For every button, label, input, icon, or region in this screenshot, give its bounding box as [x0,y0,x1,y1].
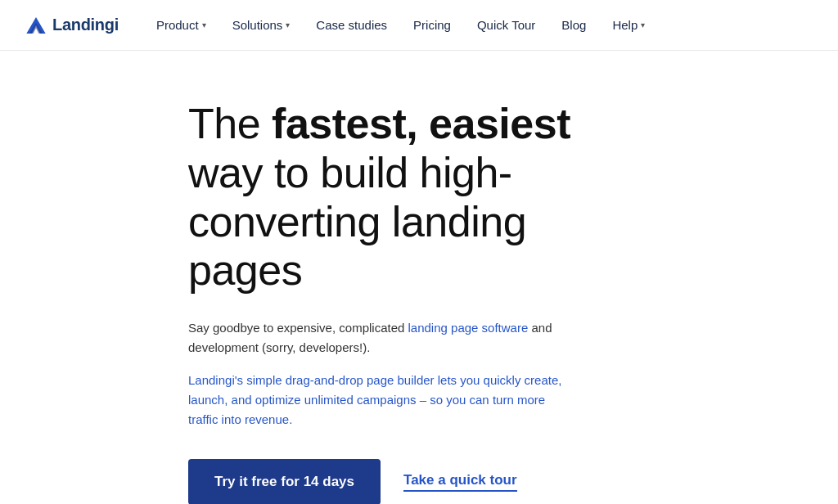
nav-item-product: Product ▾ [145,11,218,38]
chevron-down-icon: ▾ [286,20,290,29]
logo-text: Landingi [52,16,119,34]
hero-subtitle-1: Say goodbye to expensive, complicated la… [188,318,565,358]
nav-link-quick-tour[interactable]: Quick Tour [466,11,547,38]
landing-page-software-link[interactable]: landing page software [408,321,529,335]
hero-section: The fastest, easiest way to build high-c… [0,51,838,504]
hero-title-bold: fastest, easiest [272,100,570,147]
hero-subtitle-2: Landingi's simple drag-and-drop page bui… [188,371,565,430]
chevron-down-icon: ▾ [641,20,645,29]
navigation: Landingi Product ▾ Solutions ▾ Case stud… [0,0,838,51]
nav-item-case-studies: Case studies [304,11,399,38]
try-free-button[interactable]: Try it free for 14 days [188,459,381,504]
nav-links: Product ▾ Solutions ▾ Case studies Prici… [145,11,812,38]
chevron-down-icon: ▾ [202,20,206,29]
nav-item-quick-tour: Quick Tour [466,11,547,38]
nav-item-help: Help ▾ [601,11,656,38]
nav-link-solutions[interactable]: Solutions ▾ [221,11,302,38]
logo-link[interactable]: Landingi [26,16,119,34]
quick-tour-button[interactable]: Take a quick tour [403,472,517,492]
hero-title: The fastest, easiest way to build high-c… [188,100,589,295]
hero-content: The fastest, easiest way to build high-c… [0,51,589,504]
nav-link-help[interactable]: Help ▾ [601,11,656,38]
nav-link-blog[interactable]: Blog [550,11,597,38]
nav-item-blog: Blog [550,11,597,38]
cta-row: Try it free for 14 days Take a quick tou… [188,459,589,504]
nav-link-case-studies[interactable]: Case studies [304,11,399,38]
nav-link-pricing[interactable]: Pricing [402,11,462,38]
nav-item-solutions: Solutions ▾ [221,11,302,38]
nav-link-product[interactable]: Product ▾ [145,11,218,38]
landingi-logo-icon [26,17,46,34]
nav-item-pricing: Pricing [402,11,462,38]
